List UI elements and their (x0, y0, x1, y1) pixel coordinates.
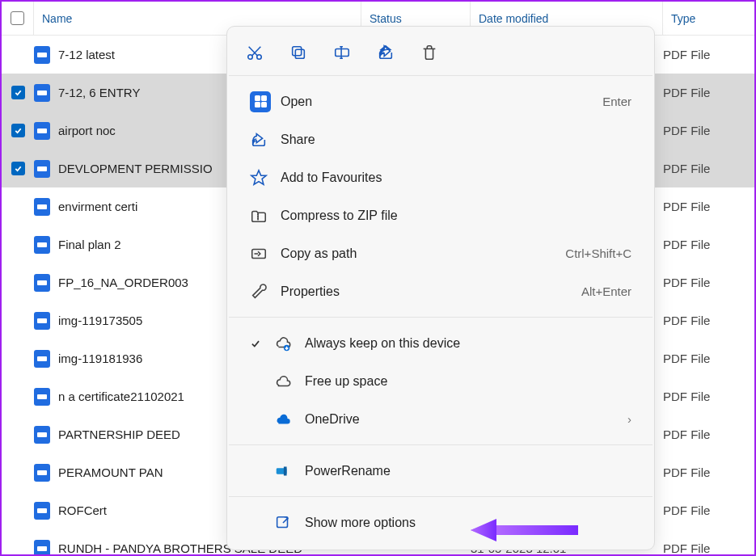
share-icon (250, 131, 281, 149)
svg-rect-3 (293, 47, 302, 56)
file-name: img-119181936 (58, 352, 142, 365)
file-name: n a certificate21102021 (58, 390, 184, 403)
delete-icon[interactable] (420, 43, 439, 62)
ctx-label: Open (281, 95, 602, 109)
ctx-label: Copy as path (281, 246, 565, 261)
pdf-icon (34, 426, 50, 444)
row-checkbox[interactable] (11, 124, 25, 137)
ctx-show-more[interactable]: Show more options (227, 503, 654, 541)
chevron-right-icon: › (615, 412, 631, 426)
ctx-favourites[interactable]: Add to Favourites (227, 158, 654, 196)
ctx-label: Show more options (305, 516, 631, 530)
ctx-onedrive[interactable]: OneDrive › (227, 400, 654, 438)
file-type: PDF File (663, 541, 754, 555)
ctx-label: OneDrive (305, 412, 615, 427)
ctx-open[interactable]: Open Enter (227, 82, 654, 120)
cloud-icon (274, 373, 305, 390)
wrench-icon (250, 283, 281, 301)
file-name: img-119173505 (58, 314, 142, 327)
ctx-shortcut: Enter (602, 95, 631, 108)
svg-rect-11 (493, 525, 578, 535)
zip-icon (250, 207, 281, 225)
ctx-powerrename[interactable]: PowerRename (227, 452, 654, 490)
file-name: ROFCert (58, 503, 107, 517)
context-toolbar (227, 30, 654, 74)
header-checkbox-cell[interactable] (2, 2, 34, 35)
ctx-share[interactable]: Share (227, 120, 654, 158)
pdf-icon (34, 122, 50, 140)
ctx-free-space[interactable]: Free up space (227, 362, 654, 400)
onedrive-icon (274, 411, 305, 428)
svg-point-1 (257, 55, 262, 60)
file-name: 7-12 latest (58, 48, 115, 61)
copy-icon[interactable] (289, 43, 308, 62)
ctx-label: Properties (281, 284, 581, 299)
annotation-arrow (469, 514, 582, 546)
svg-rect-2 (295, 49, 304, 58)
file-name: PERAMOUNT PAN (58, 465, 163, 479)
pdf-icon (34, 312, 50, 330)
file-type: PDF File (663, 352, 754, 365)
ctx-zip[interactable]: Compress to ZIP file (227, 196, 654, 234)
header-status-label: Status (370, 12, 402, 25)
share-icon[interactable] (376, 43, 395, 62)
pdf-icon (34, 464, 50, 482)
ctx-label: Compress to ZIP file (281, 208, 631, 223)
svg-rect-6 (252, 249, 266, 258)
ctx-shortcut: Ctrl+Shift+C (565, 246, 631, 260)
file-type: PDF File (663, 124, 754, 137)
pdf-icon (34, 198, 50, 216)
header-type-label: Type (671, 12, 695, 25)
file-name: PARTNERSHIP DEED (58, 428, 180, 441)
ctx-label: Always keep on this device (305, 336, 631, 351)
file-type: PDF File (663, 465, 754, 479)
ctx-copy-path[interactable]: Copy as path Ctrl+Shift+C (227, 234, 654, 272)
select-all-checkbox[interactable] (11, 11, 24, 25)
ctx-label: Free up space (305, 374, 631, 389)
star-icon (250, 169, 281, 187)
file-type: PDF File (663, 428, 754, 441)
svg-rect-9 (284, 466, 287, 475)
divider (229, 444, 653, 445)
ctx-label: Share (281, 133, 631, 147)
pdf-icon (34, 502, 50, 520)
pdf-icon (34, 274, 50, 292)
cut-icon[interactable] (245, 43, 264, 62)
powerrename-icon (274, 462, 305, 480)
file-type: PDF File (663, 86, 754, 99)
rename-icon[interactable] (332, 43, 352, 62)
pdf-icon (34, 46, 50, 64)
file-type: PDF File (663, 390, 754, 403)
file-name: airport noc (58, 124, 116, 137)
svg-marker-12 (471, 519, 496, 541)
file-name: FP_16_NA_ORDER003 (58, 276, 188, 289)
pdf-icon (34, 350, 50, 368)
ctx-properties[interactable]: Properties Alt+Enter (227, 272, 654, 310)
pdf-icon (34, 388, 50, 406)
ctx-shortcut: Alt+Enter (581, 284, 631, 298)
file-type: PDF File (663, 238, 754, 251)
ctx-label: Add to Favourites (281, 171, 631, 185)
row-checkbox[interactable] (11, 162, 25, 175)
file-name: DEVLOPMENT PERMISSIO (58, 162, 213, 175)
divider (229, 75, 653, 76)
file-type: PDF File (663, 48, 754, 61)
check-icon (250, 338, 274, 349)
svg-rect-4 (336, 48, 349, 56)
ctx-always-keep[interactable]: Always keep on this device (227, 324, 654, 362)
file-type: PDF File (663, 276, 754, 289)
ctx-label: PowerRename (305, 464, 631, 478)
svg-point-0 (248, 55, 253, 60)
path-icon (250, 245, 281, 263)
header-type[interactable]: Type (663, 2, 754, 35)
file-type: PDF File (663, 503, 754, 517)
file-name: envirment certi (58, 200, 137, 213)
pdf-icon (34, 540, 50, 557)
open-app-icon (250, 91, 271, 112)
divider (229, 496, 653, 497)
pdf-icon (34, 84, 50, 102)
row-checkbox[interactable] (11, 86, 25, 99)
svg-rect-10 (277, 516, 288, 527)
file-type: PDF File (663, 162, 754, 175)
file-name: Final plan 2 (58, 238, 121, 251)
